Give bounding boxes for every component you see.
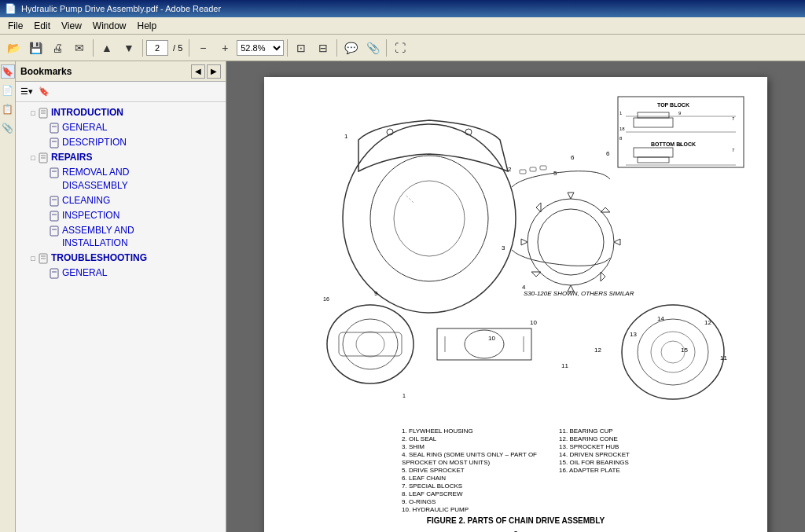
window-title: Hydraulic Pump Drive Assembly.pdf - Adob… — [21, 4, 221, 13]
svg-text:6: 6 — [606, 150, 610, 157]
page-number-input[interactable] — [146, 40, 168, 56]
menu-help[interactable]: Help — [133, 19, 162, 33]
sidebar-expand-button[interactable]: ▶ — [207, 64, 221, 79]
svg-rect-16 — [50, 226, 58, 236]
bookmark-icon-general2 — [49, 268, 60, 279]
bookmark-icon-assembly — [49, 226, 60, 237]
part-3: 3. SHIM — [402, 443, 543, 450]
bookmark-introduction[interactable]: □ INTRODUCTION — [17, 105, 224, 120]
thumbnails-panel-icon[interactable]: 📄 — [1, 83, 15, 97]
svg-rect-60 — [339, 332, 402, 356]
bookmark-icon-removal — [49, 167, 60, 178]
main-area: 🔖 📄 📋 📎 Bookmarks ◀ ▶ ☰▾ 🔖 □ INTRODUCTIO… — [0, 61, 805, 532]
separator-4 — [287, 39, 288, 57]
toggle-inspection — [39, 210, 49, 222]
part-15: 15. OIL FOR BEARINGS — [559, 459, 630, 466]
part-8: 8. LEAF CAPSCREW — [402, 490, 543, 497]
bookmark-cleaning[interactable]: CLEANING — [17, 193, 224, 208]
toggle-assembly — [39, 225, 49, 237]
print-button[interactable]: 🖨 — [47, 38, 68, 58]
svg-rect-3 — [50, 123, 58, 133]
svg-point-63 — [638, 319, 708, 385]
bookmarks-panel-icon[interactable]: 🔖 — [1, 64, 15, 79]
toggle-introduction[interactable]: □ — [28, 107, 38, 119]
separator-3 — [189, 39, 189, 57]
svg-rect-50 — [540, 166, 546, 170]
part-11: 11. BEARING CUP — [559, 427, 630, 435]
bookmark-removal[interactable]: REMOVAL ANDDISASSEMBLY — [17, 165, 224, 193]
sidebar-new-bookmark-button[interactable]: 🔖 — [36, 85, 52, 99]
attach-button[interactable]: 📎 — [362, 38, 383, 58]
attachments-panel-icon[interactable]: 📎 — [1, 121, 15, 135]
bookmark-general1[interactable]: GENERAL — [17, 120, 224, 135]
sidebar-header-buttons: ◀ ▶ — [191, 64, 221, 79]
layers-panel-icon[interactable]: 📋 — [1, 102, 15, 116]
separator-1 — [93, 39, 94, 57]
bookmark-cleaning-label: CLEANING — [62, 194, 110, 207]
toggle-cleaning — [39, 195, 49, 207]
svg-rect-48 — [520, 170, 526, 174]
pdf-viewer[interactable]: TOP BLOCK 9 1 7 18 8 — [226, 61, 805, 532]
bookmark-general2-label: GENERAL — [62, 266, 107, 280]
sidebar-options-button[interactable]: ☰▾ — [19, 85, 35, 99]
bookmark-removal-label: REMOVAL ANDDISASSEMBLY — [62, 166, 129, 193]
bookmark-inspection[interactable]: INSPECTION — [17, 208, 224, 223]
menu-window[interactable]: Window — [88, 19, 131, 33]
svg-rect-77 — [437, 328, 531, 360]
part-2: 2. OIL SEAL — [402, 435, 543, 442]
previous-page-button[interactable]: ▲ — [97, 38, 117, 58]
toggle-troubleshooting[interactable]: □ — [28, 252, 38, 265]
sidebar-title: Bookmarks — [20, 66, 72, 77]
bookmark-icon-introduction — [38, 108, 49, 119]
email-button[interactable]: ✉ — [69, 38, 90, 58]
svg-text:14: 14 — [657, 315, 664, 322]
save-button[interactable]: 💾 — [25, 38, 46, 58]
open-button[interactable]: 📂 — [3, 38, 24, 58]
bookmark-tree: □ INTRODUCTION GENERAL DESCRIPTION □ REP — [16, 102, 226, 532]
menu-file[interactable]: File — [3, 19, 28, 33]
bookmark-description-label: DESCRIPTION — [62, 136, 127, 149]
svg-text:11: 11 — [720, 354, 727, 361]
sidebar-toolbar: ☰▾ 🔖 — [16, 82, 226, 102]
pdf-content: TOP BLOCK 9 1 7 18 8 — [280, 93, 752, 532]
svg-text:12: 12 — [594, 347, 601, 354]
next-page-button[interactable]: ▼ — [119, 38, 139, 58]
part-5: 5. DRIVE SPROCKET — [402, 467, 543, 474]
part-13: 13. SPROCKET HUB — [559, 443, 630, 450]
bookmark-troubleshooting[interactable]: □ TROUBLESHOOTING — [17, 251, 224, 266]
menu-view[interactable]: View — [57, 19, 86, 33]
chain-drive-diagram: TOP BLOCK 9 1 7 18 8 — [280, 93, 752, 423]
svg-text:6: 6 — [571, 154, 575, 161]
sidebar-collapse-button[interactable]: ◀ — [191, 64, 205, 79]
zoom-select[interactable]: 52.8% 75% 100% 150% — [237, 40, 284, 56]
svg-text:1: 1 — [344, 133, 348, 140]
part-14: 14. DRIVEN SPROCKET — [559, 451, 630, 458]
bookmark-repairs[interactable]: □ REPAIRS — [17, 150, 224, 165]
svg-point-41 — [370, 156, 488, 281]
menu-edit[interactable]: Edit — [29, 19, 55, 33]
diagram-area: TOP BLOCK 9 1 7 18 8 — [280, 93, 752, 532]
fit-width-button[interactable]: ⊟ — [313, 38, 333, 58]
fit-page-button[interactable]: ⊡ — [291, 38, 311, 58]
legend-col2: 11. BEARING CUP 12. BEARING CONE 13. SPR… — [559, 427, 630, 474]
zoom-out-button[interactable]: − — [193, 38, 213, 58]
app-icon: 📄 — [5, 3, 17, 14]
svg-rect-49 — [530, 167, 536, 171]
svg-text:18: 18 — [619, 127, 625, 131]
bookmark-icon-cleaning — [49, 196, 60, 207]
toggle-description — [39, 137, 49, 149]
expand-button[interactable]: ⛶ — [390, 38, 410, 58]
bookmark-description[interactable]: DESCRIPTION — [17, 135, 224, 150]
svg-point-40 — [343, 124, 516, 313]
part-9: 9. O-RINGS — [402, 498, 543, 505]
bookmark-icon-troubleshooting — [38, 253, 49, 264]
bookmark-general2[interactable]: GENERAL — [17, 266, 224, 281]
comment-button[interactable]: 💬 — [340, 38, 361, 58]
bookmark-icon-inspection — [49, 211, 60, 222]
bookmark-assembly[interactable]: ASSEMBLY ANDINSTALLATION — [17, 223, 224, 251]
toggle-removal — [39, 167, 49, 179]
part-7: 7. SPECIAL BLOCKS — [402, 482, 543, 490]
svg-text:1: 1 — [402, 393, 406, 398]
zoom-in-button[interactable]: + — [215, 38, 235, 58]
toggle-repairs[interactable]: □ — [28, 152, 38, 164]
